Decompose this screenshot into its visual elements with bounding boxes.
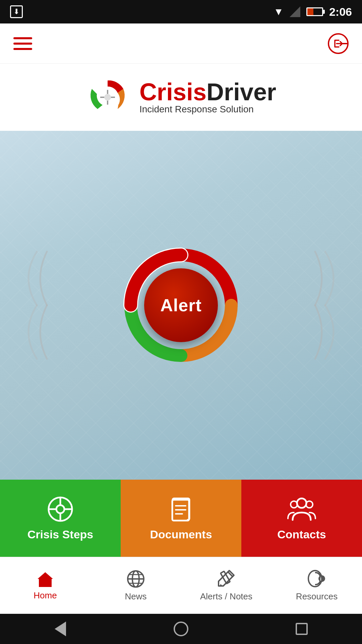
bottom-tiles: Crisis Steps Documents Contacts [0,480,362,557]
svg-rect-24 [42,582,49,587]
nav-home[interactable]: Home [0,557,90,614]
documents-label: Documents [150,528,212,541]
android-recents-button[interactable] [293,620,311,638]
documents-tile[interactable]: Documents [121,480,241,557]
nav-resources[interactable]: i Resources [272,557,362,614]
svg-text:i: i [320,576,321,582]
battery-icon [306,7,323,16]
alert-button[interactable]: Alert [144,268,218,342]
alert-container: Alert [121,245,241,366]
contacts-icon [287,496,317,523]
brain-icon: i [306,569,327,589]
logo-title: CrisisDriver [139,80,276,104]
alert-ring: Alert [121,245,241,366]
status-left [10,5,23,18]
nav-news-label: News [125,591,146,602]
top-bar [0,23,362,64]
logo-container: CrisisDriver Incident Response Solution [86,75,276,119]
globe-icon [126,569,145,589]
alert-label: Alert [160,295,201,315]
nav-resources-label: Resources [296,591,338,602]
nav-news[interactable]: News [90,557,181,614]
signal-waves-right [302,238,355,372]
home-icon [36,570,55,588]
logo-crisis: Crisis [139,78,206,105]
crisis-steps-tile[interactable]: Crisis Steps [0,480,121,557]
android-nav [0,614,362,644]
signal-icon [290,6,300,17]
wifi-icon: ▼ [274,6,284,17]
logout-button[interactable] [328,33,349,54]
nav-home-label: Home [34,590,57,601]
signal-waves-left [7,238,60,372]
svg-point-33 [318,575,325,582]
contacts-tile[interactable]: Contacts [241,480,362,557]
android-home-button[interactable] [172,620,190,638]
android-recents-icon [296,623,308,635]
hero-section: Alert [0,131,362,480]
logo-driver: Driver [206,78,276,105]
logo-text: CrisisDriver Incident Response Solution [139,80,276,115]
brand-logo-icon [86,75,129,119]
crisis-steps-icon [47,496,74,523]
svg-point-1 [104,94,111,101]
logo-area: CrisisDriver Incident Response Solution [0,64,362,131]
svg-point-7 [56,505,64,513]
android-home-icon [174,622,188,636]
nav-alerts-label: Alerts / Notes [200,591,252,602]
documents-icon [168,496,194,523]
crisis-steps-label: Crisis Steps [27,528,94,541]
svg-point-21 [297,498,306,508]
contacts-label: Contacts [277,528,326,541]
status-right: ▼ 2:06 [274,5,352,18]
bottom-nav: Home News Alerts / Notes i Resources [0,557,362,614]
nav-alerts[interactable]: Alerts / Notes [181,557,272,614]
status-time: 2:06 [329,5,352,18]
download-icon [10,5,23,18]
back-icon [55,622,66,636]
android-back-button[interactable] [51,620,69,638]
pencil-icon [217,569,235,589]
menu-button[interactable] [13,37,32,50]
logo-subtitle: Incident Response Solution [139,104,276,115]
status-bar: ▼ 2:06 [0,0,362,23]
